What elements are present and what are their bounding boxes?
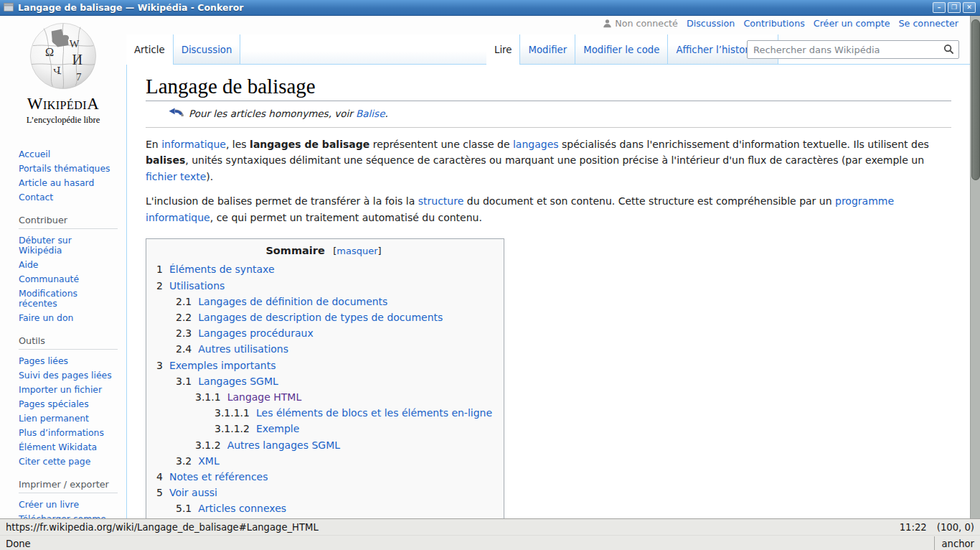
sidebar-list: Débuter sur WikipédiaAideCommunautéModif…	[19, 236, 118, 323]
inline-link[interactable]: structure	[418, 195, 464, 207]
toc-item: 2.4Autres utilisations	[176, 341, 492, 357]
toc-link[interactable]: Voir aussi	[169, 487, 217, 498]
sidebar-item[interactable]: Aide	[19, 260, 118, 270]
personal-link[interactable]: Contributions	[743, 18, 804, 29]
tab-label[interactable]: Article	[134, 45, 165, 55]
sidebar-link[interactable]: Pages spéciales	[19, 398, 89, 409]
sidebar-item[interactable]: Contact	[19, 192, 118, 202]
sidebar-item[interactable]: Portails thématiques	[19, 164, 118, 174]
window-title: Langage de balisage — Wikipédia - Conker…	[18, 2, 933, 13]
toc-link[interactable]: Langages procéduraux	[198, 327, 313, 339]
tab[interactable]: Discussion	[174, 34, 241, 65]
close-button[interactable]: ✕	[963, 2, 976, 13]
sidebar-link[interactable]: Plus d’informations	[19, 427, 104, 438]
sidebar-link[interactable]: Débuter sur Wikipédia	[19, 235, 72, 256]
text-run: du document et son contenu. Cette struct…	[463, 195, 835, 207]
toc-link[interactable]: Autres langages SGML	[227, 439, 340, 451]
sidebar-item[interactable]: Débuter sur Wikipédia	[19, 236, 118, 256]
sidebar-item[interactable]: Article au hasard	[19, 178, 118, 188]
personal-link[interactable]: Discussion	[687, 18, 735, 29]
toc-link[interactable]: Autres utilisations	[198, 343, 288, 355]
inline-link[interactable]: fichier texte	[146, 171, 206, 182]
toc-link[interactable]: Exemples importants	[169, 360, 276, 371]
toc-item: 3.1.1.2Exemple	[215, 421, 492, 437]
article-paragraph: En informatique, les langages de balisag…	[146, 136, 951, 185]
sidebar-link[interactable]: Télécharger comme PDF	[19, 513, 106, 518]
sidebar-item[interactable]: Modifications récentes	[19, 289, 118, 309]
sidebar-item[interactable]: Communauté	[19, 274, 118, 284]
hatnote-link[interactable]: Balise	[356, 108, 385, 119]
sidebar-item[interactable]: Plus d’informations	[19, 428, 118, 438]
sidebar-link[interactable]: Faire un don	[19, 312, 73, 323]
sidebar-item[interactable]: Citer cette page	[19, 457, 118, 467]
sidebar-item[interactable]: Accueil	[19, 149, 118, 159]
sidebar-link[interactable]: Créer un livre	[19, 499, 79, 510]
tab[interactable]: Article	[126, 34, 174, 65]
sidebar-link[interactable]: Aide	[19, 259, 38, 270]
sidebar-item[interactable]: Faire un don	[19, 313, 118, 323]
toc-hide-link[interactable]: masquer	[336, 246, 377, 256]
toc-link[interactable]: Langages de définition de documents	[198, 296, 387, 307]
sidebar-link[interactable]: Communauté	[19, 274, 79, 284]
scrollbar[interactable]	[970, 16, 980, 518]
restore-button[interactable]: ❐	[948, 2, 961, 13]
tab[interactable]: Lire	[486, 34, 520, 65]
wikipedia-logo[interactable]: Ω W И Վ 7 WikipédiA L’encyclopédie libre	[0, 19, 126, 126]
toc-link[interactable]: Langage HTML	[227, 391, 302, 403]
toc-link[interactable]: Éléments de syntaxe	[169, 264, 275, 275]
wikipedia-page: Non connecté DiscussionContributionsCrée…	[0, 16, 970, 518]
personal-link[interactable]: Se connecter	[899, 18, 959, 29]
toc-link[interactable]: Langages SGML	[198, 376, 278, 387]
tab-label[interactable]: Discussion	[182, 45, 232, 55]
sidebar-link[interactable]: Article au hasard	[19, 177, 94, 188]
search-icon[interactable]	[943, 44, 954, 57]
sidebar-item[interactable]: Pages spéciales	[19, 399, 118, 409]
toc-number: 3.1.1.2	[215, 423, 250, 434]
titlebar[interactable]: Langage de balisage — Wikipédia - Conker…	[0, 0, 980, 16]
sidebar-link[interactable]: Portails thématiques	[19, 163, 110, 174]
sidebar-item[interactable]: Créer un livre	[19, 500, 118, 510]
inline-link[interactable]: informatique	[161, 139, 226, 150]
tab-label[interactable]: Modifier le code	[583, 45, 659, 55]
sidebar-item[interactable]: Pages liées	[19, 356, 118, 366]
sidebar-group-header: Imprimer / exporter	[19, 479, 118, 493]
toc-link[interactable]: Langages de description de types de docu…	[198, 312, 443, 323]
sidebar-link[interactable]: Pages liées	[19, 355, 68, 366]
toc-link[interactable]: Les éléments de blocs et les éléments en…	[256, 407, 492, 419]
logo-tagline: L’encyclopédie libre	[0, 115, 126, 126]
sidebar-link[interactable]: Suivi des pages liées	[19, 370, 112, 381]
table-of-contents: Sommaire [masquer] 1Éléments de syntaxe2…	[146, 238, 504, 518]
tab[interactable]: Modifier le code	[575, 34, 668, 65]
sidebar-link[interactable]: Contact	[19, 192, 53, 202]
article-paragraphs: En informatique, les langages de balisag…	[146, 136, 951, 226]
minimize-button[interactable]: –	[933, 2, 946, 13]
window-icon	[4, 1, 14, 14]
toc-item: 3Exemples importants	[156, 358, 492, 373]
sidebar-item[interactable]: Suivi des pages liées	[19, 370, 118, 381]
sidebar-link[interactable]: Importer un fichier	[19, 384, 102, 395]
toc-link[interactable]: Utilisations	[169, 280, 225, 292]
sidebar-link[interactable]: Lien permanent	[19, 413, 89, 424]
search-input[interactable]	[747, 40, 959, 59]
sidebar-item[interactable]: Importer un fichier	[19, 385, 118, 395]
sidebar-link[interactable]: Élément Wikidata	[19, 442, 97, 452]
toc-link[interactable]: XML	[198, 455, 219, 467]
tab[interactable]: Modifier	[520, 34, 575, 65]
tab-label[interactable]: Modifier	[528, 45, 567, 55]
sidebar-item[interactable]: Élément Wikidata	[19, 442, 118, 452]
inline-link[interactable]: langages	[513, 139, 559, 150]
toc-link[interactable]: Notes et références	[169, 471, 268, 483]
scrollbar-thumb[interactable]	[971, 19, 980, 180]
minibuffer[interactable]: Done anchor	[0, 535, 980, 550]
sidebar-link[interactable]: Accueil	[19, 149, 50, 159]
toc-link[interactable]: Articles connexes	[198, 503, 286, 514]
toc-link[interactable]: Exemple	[256, 423, 299, 434]
bold-text: langages de balisage	[250, 139, 369, 150]
sidebar-link[interactable]: Citer cette page	[19, 456, 90, 467]
sidebar-item[interactable]: Lien permanent	[19, 414, 118, 424]
toc-number: 3.1.1	[195, 391, 221, 403]
sidebar-link[interactable]: Modifications récentes	[19, 288, 77, 309]
personal-link[interactable]: Créer un compte	[814, 18, 890, 29]
toc-title: Sommaire	[265, 245, 324, 256]
tab-label[interactable]: Lire	[494, 45, 512, 55]
